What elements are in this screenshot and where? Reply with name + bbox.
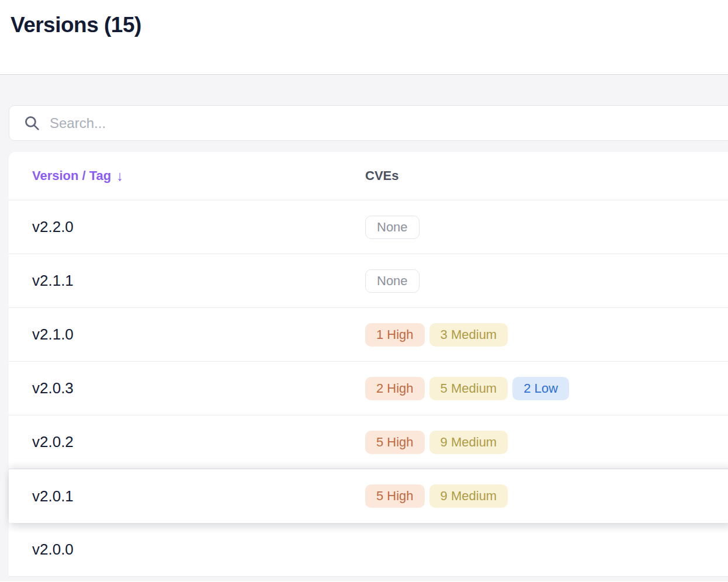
table-row[interactable]: v2.0.0 bbox=[9, 523, 728, 577]
table-row[interactable]: v2.0.3 2 High5 Medium2 Low bbox=[9, 362, 728, 415]
cves-cell: 5 High9 Medium bbox=[365, 484, 728, 508]
search-input[interactable] bbox=[50, 115, 728, 131]
column-header-version-tag-label: Version / Tag bbox=[32, 168, 111, 183]
page-header: Versions (15) bbox=[0, 0, 728, 75]
table-row[interactable]: v2.0.2 5 High9 Medium bbox=[9, 415, 728, 469]
version-cell: v2.1.0 bbox=[9, 325, 365, 344]
version-cell: v2.1.1 bbox=[9, 272, 365, 290]
table-body: v2.2.0 None v2.1.1 None v2.1.0 1 High3 M… bbox=[9, 200, 728, 577]
page-title: Versions (15) bbox=[11, 13, 728, 37]
version-cell: v2.0.1 bbox=[9, 487, 365, 505]
cve-badge-medium[interactable]: 5 Medium bbox=[429, 377, 508, 400]
cve-badge-high[interactable]: 2 High bbox=[365, 377, 425, 400]
cve-badge-medium[interactable]: 3 Medium bbox=[429, 323, 508, 347]
version-cell: v2.0.0 bbox=[9, 541, 365, 559]
sort-descending-icon: ↓ bbox=[116, 168, 123, 184]
version-cell: v2.0.3 bbox=[9, 379, 365, 397]
column-header-version-tag[interactable]: Version / Tag ↓ bbox=[9, 168, 365, 184]
table-header-row: Version / Tag ↓ CVEs bbox=[9, 152, 728, 200]
column-header-cves: CVEs bbox=[365, 168, 728, 183]
cves-cell: 1 High3 Medium bbox=[365, 323, 728, 347]
table-row[interactable]: v2.0.1 5 High9 Medium bbox=[9, 469, 728, 523]
table-row[interactable]: v2.2.0 None bbox=[9, 200, 728, 254]
table-row[interactable]: v2.1.1 None bbox=[9, 254, 728, 308]
cve-badge-high[interactable]: 1 High bbox=[365, 323, 425, 347]
version-cell: v2.2.0 bbox=[9, 218, 365, 236]
cves-cell: None bbox=[365, 269, 728, 293]
versions-table: Version / Tag ↓ CVEs v2.2.0 None v2.1.1 … bbox=[9, 152, 728, 577]
content-area: Version / Tag ↓ CVEs v2.2.0 None v2.1.1 … bbox=[0, 75, 728, 581]
cve-badge-medium[interactable]: 9 Medium bbox=[429, 431, 508, 454]
cves-cell: None bbox=[365, 216, 728, 239]
cve-badge-none[interactable]: None bbox=[365, 216, 420, 239]
cve-badge-high[interactable]: 5 High bbox=[365, 484, 425, 508]
cves-cell: 2 High5 Medium2 Low bbox=[365, 377, 728, 400]
cve-badge-none[interactable]: None bbox=[365, 269, 420, 293]
cve-badge-medium[interactable]: 9 Medium bbox=[429, 484, 508, 508]
search-bar[interactable] bbox=[9, 105, 728, 141]
version-cell: v2.0.2 bbox=[9, 433, 365, 451]
table-row[interactable]: v2.1.0 1 High3 Medium bbox=[9, 308, 728, 362]
cves-cell: 5 High9 Medium bbox=[365, 431, 728, 454]
cve-badge-high[interactable]: 5 High bbox=[365, 431, 425, 454]
search-icon bbox=[23, 115, 40, 131]
cve-badge-low[interactable]: 2 Low bbox=[512, 377, 569, 400]
